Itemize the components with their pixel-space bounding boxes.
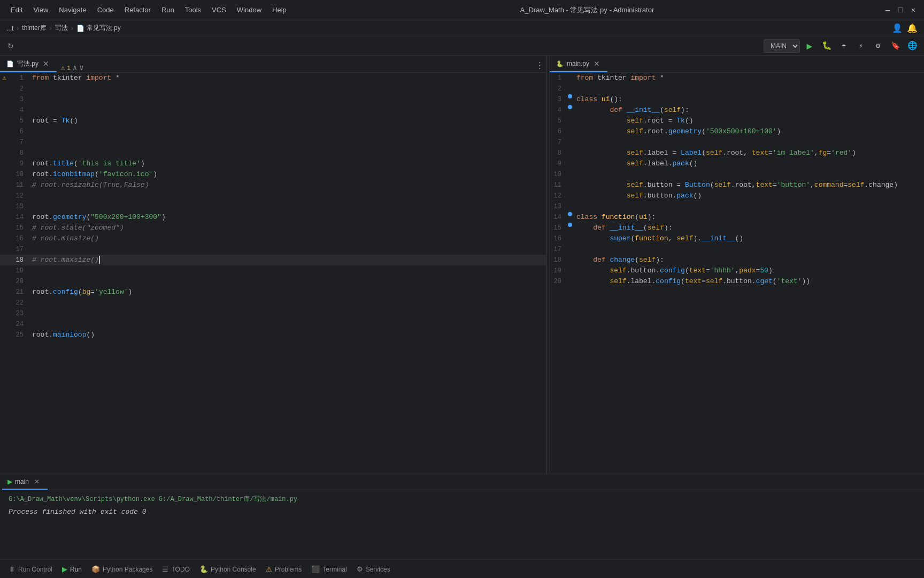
code-line-22: 22 bbox=[0, 298, 546, 308]
right-code-line-13: 13 bbox=[550, 201, 924, 212]
menu-refactor[interactable]: Refactor bbox=[120, 4, 155, 16]
run-button[interactable]: ▶ bbox=[802, 39, 817, 53]
bottom-panel: ▶ main ✕ G:\A_Draw_Math\venv\Scripts\pyt… bbox=[0, 474, 924, 559]
code-line-16: 16 # root.minsize() bbox=[0, 233, 546, 244]
code-line-21: 21 root.config(bg='yellow') bbox=[0, 287, 546, 298]
tool-todo[interactable]: ☰ TODO bbox=[158, 562, 194, 577]
right-code-line-11: 11 self.button = Button(self.root,text='… bbox=[550, 180, 924, 191]
code-line-14: 14 root.geometry("500x200+100+300") bbox=[0, 212, 546, 223]
code-line-19: 19 bbox=[0, 265, 546, 276]
maximize-button[interactable]: □ bbox=[896, 6, 905, 14]
right-code-line-2: 2 bbox=[550, 83, 924, 94]
right-code-line-8: 8 self.label = Label(self.root, text='im… bbox=[550, 148, 924, 158]
breadcrumb: ...t › thinter库 › 写法 › 📄 常见写法.py 👤 🔔 bbox=[0, 20, 924, 36]
menu-bar: Edit View Navigate Code Refactor Run Too… bbox=[6, 4, 291, 16]
menu-edit[interactable]: Edit bbox=[6, 4, 27, 16]
code-line-17: 17 bbox=[0, 244, 546, 255]
left-editor-tab-xiefa[interactable]: 📄 写法.py ✕ bbox=[0, 56, 57, 72]
right-code-line-9: 9 self.label.pack() bbox=[550, 158, 924, 169]
python-packages-icon: 📦 bbox=[91, 565, 100, 573]
right-code-line-4: 4 def __init__(self): bbox=[550, 105, 924, 116]
left-editor-tab-menu[interactable]: ⋮ bbox=[533, 59, 546, 72]
breadcrumb-xiefa[interactable]: 写法 bbox=[55, 24, 68, 33]
code-line-15: 15 # root.state("zoomed") bbox=[0, 223, 546, 233]
tool-services[interactable]: ⚙ Services bbox=[352, 562, 395, 577]
minimize-button[interactable]: — bbox=[883, 6, 892, 14]
right-code-line-15: 15 def __init__(self): bbox=[550, 223, 924, 233]
bottom-panel-content: G:\A_Draw_Math\venv\Scripts\python.exe G… bbox=[0, 490, 924, 559]
bottom-tab-close[interactable]: ✕ bbox=[32, 478, 42, 485]
menu-help[interactable]: Help bbox=[268, 4, 291, 16]
tool-run-control[interactable]: ⏸ Run Control bbox=[4, 562, 57, 577]
code-line-9: 9 root.title('this is title') bbox=[0, 158, 546, 169]
right-editor-tabs: 🐍 main.py ✕ bbox=[550, 56, 924, 73]
services-icon: ⚙ bbox=[357, 565, 363, 573]
menu-vcs[interactable]: VCS bbox=[207, 4, 230, 16]
code-line-10: 10 root.iconbitmap('favicon.ico') bbox=[0, 169, 546, 180]
settings-button[interactable]: ⚙ bbox=[871, 39, 886, 53]
titlebar: Edit View Navigate Code Refactor Run Too… bbox=[0, 0, 924, 20]
code-line-3: 3 bbox=[0, 94, 546, 105]
tool-python-packages[interactable]: 📦 Python Packages bbox=[87, 562, 157, 577]
code-line-13: 13 bbox=[0, 201, 546, 212]
user-icon[interactable]: 👤 bbox=[892, 23, 903, 33]
bottom-tab-main[interactable]: ▶ main ✕ bbox=[2, 475, 48, 490]
bookmark-button[interactable]: 🔖 bbox=[888, 39, 903, 53]
coverage-button[interactable]: ☂ bbox=[836, 39, 851, 53]
code-line-25: 25 root.mainloop() bbox=[0, 330, 546, 340]
code-line-7: 7 bbox=[0, 137, 546, 148]
close-button[interactable]: ✕ bbox=[909, 6, 918, 14]
code-line-6: 6 bbox=[0, 126, 546, 137]
vcs-update-button[interactable]: ↻ bbox=[4, 39, 17, 53]
process-done-text: Process finished with exit code 0 bbox=[9, 508, 915, 516]
run-icon: ▶ bbox=[62, 565, 67, 573]
profile-button[interactable]: ⚡ bbox=[853, 39, 868, 53]
tool-python-console[interactable]: 🐍 Python Console bbox=[195, 562, 260, 577]
warning-gutter-1: ⚠ bbox=[0, 73, 9, 83]
right-code-line-7: 7 bbox=[550, 137, 924, 148]
code-line-20: 20 bbox=[0, 276, 546, 287]
code-line-5: 5 root = Tk() bbox=[0, 116, 546, 126]
breadcrumb-current-file: 📄 常见写法.py bbox=[76, 24, 121, 33]
left-editor-tabs: 📄 写法.py ✕ ⚠ 1 ∧ ∨ ⋮ bbox=[0, 56, 546, 73]
right-code-line-18: 18 def change(self): bbox=[550, 255, 924, 265]
breadcrumb-root[interactable]: ...t bbox=[6, 25, 13, 32]
menu-window[interactable]: Window bbox=[233, 4, 266, 16]
code-line-24: 24 bbox=[0, 319, 546, 330]
debug-button[interactable]: 🐛 bbox=[819, 39, 834, 53]
menu-code[interactable]: Code bbox=[93, 4, 118, 16]
menu-tools[interactable]: Tools bbox=[181, 4, 205, 16]
tool-run[interactable]: ▶ Run bbox=[58, 562, 86, 577]
right-code-line-6: 6 self.root.geometry('500x500+100+100') bbox=[550, 126, 924, 137]
right-code-line-17: 17 bbox=[550, 244, 924, 255]
run-control-icon: ⏸ bbox=[9, 565, 16, 573]
menu-navigate[interactable]: Navigate bbox=[55, 4, 90, 16]
tool-window-bar: ⏸ Run Control ▶ Run 📦 Python Packages ☰ … bbox=[0, 559, 924, 578]
right-tab-close-button[interactable]: ✕ bbox=[592, 59, 601, 68]
code-line-18: 18 # root.maxsize() bbox=[0, 255, 546, 265]
right-code-line-10: 10 bbox=[550, 169, 924, 180]
tool-terminal[interactable]: ⬛ Terminal bbox=[307, 562, 351, 577]
left-tab-close-button[interactable]: ✕ bbox=[42, 59, 50, 68]
translate-button[interactable]: 🌐 bbox=[905, 39, 920, 53]
tool-problems[interactable]: ⚠ Problems bbox=[261, 562, 306, 577]
notification-icon[interactable]: 🔔 bbox=[907, 23, 918, 33]
menu-run[interactable]: Run bbox=[157, 4, 179, 16]
right-code-line-14: 14 class function(ui): bbox=[550, 212, 924, 223]
right-code-line-12: 12 self.button.pack() bbox=[550, 191, 924, 201]
left-code-editor[interactable]: ⚠ 1 from tkinter import * 2 3 4 bbox=[0, 73, 546, 474]
run-command-text: G:\A_Draw_Math\venv\Scripts\python.exe G… bbox=[9, 495, 915, 504]
code-line-8: 8 bbox=[0, 148, 546, 158]
right-editor-pane: 🐍 main.py ✕ 1 from tkinter import * 2 3 bbox=[550, 56, 924, 474]
code-line-1: ⚠ 1 from tkinter import * bbox=[0, 73, 546, 83]
editor-area: 📄 写法.py ✕ ⚠ 1 ∧ ∨ ⋮ ⚠ 1 from tkinter imp… bbox=[0, 56, 924, 474]
breadcrumb-thinter[interactable]: thinter库 bbox=[22, 24, 46, 33]
code-line-11: 11 # root.resizable(True,False) bbox=[0, 180, 546, 191]
terminal-icon: ⬛ bbox=[311, 565, 320, 573]
window-controls: — □ ✕ bbox=[883, 6, 918, 14]
menu-view[interactable]: View bbox=[29, 4, 52, 16]
run-config-select[interactable]: MAIN bbox=[764, 39, 800, 53]
right-editor-tab-main[interactable]: 🐍 main.py ✕ bbox=[550, 56, 607, 72]
right-code-editor[interactable]: 1 from tkinter import * 2 3 class ui(): … bbox=[550, 73, 924, 474]
python-console-icon: 🐍 bbox=[199, 565, 208, 573]
